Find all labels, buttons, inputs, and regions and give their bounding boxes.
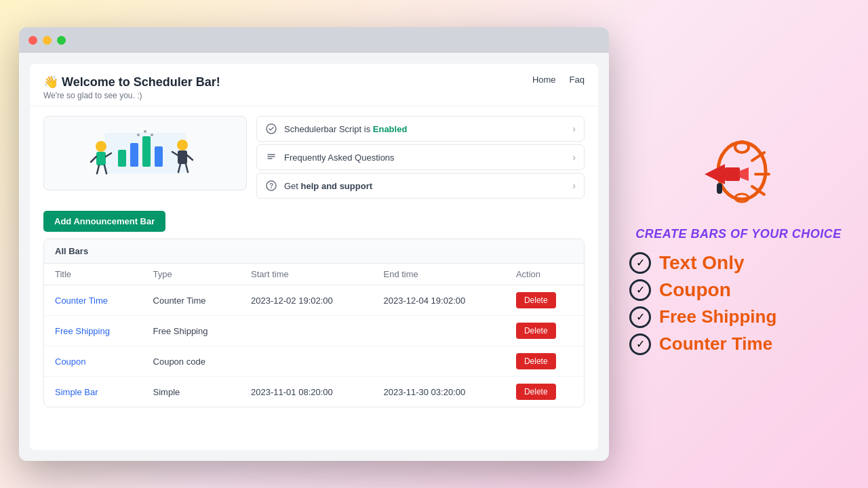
bars-table: Title Type Start time End time Action Co… — [44, 264, 584, 407]
faq-icon — [265, 151, 277, 163]
chevron-icon-faq: › — [572, 152, 576, 163]
svg-point-5 — [96, 141, 106, 152]
cell-start-1 — [240, 316, 372, 346]
promo-label-coupon: Coupon — [659, 279, 731, 301]
script-status-text: Schedulerbar Script is Enabled — [284, 124, 407, 134]
traffic-light-close[interactable] — [28, 36, 37, 45]
browser-content: 👋 Welcome to Scheduler Bar! We're so gla… — [19, 53, 609, 461]
promo-label-counter-time: Counter Time — [659, 333, 772, 354]
svg-point-17 — [137, 134, 140, 136]
cell-title-0: Counter Time — [44, 285, 142, 316]
add-announcement-bar-button[interactable]: Add Announcement Bar — [43, 211, 165, 232]
illustration-card — [43, 116, 247, 190]
script-icon — [265, 123, 277, 135]
table-row: Coupon Coupon code Delete — [44, 346, 584, 377]
svg-point-11 — [177, 140, 188, 150]
promo-label-text-only: Text Only — [659, 252, 745, 274]
promo-item-text-only: ✓ Text Only — [629, 252, 848, 274]
svg-rect-6 — [96, 152, 106, 165]
delete-button-1[interactable]: Delete — [516, 323, 556, 339]
panel-row-script-status[interactable]: Schedulerbar Script is Enabled › — [256, 116, 585, 142]
col-end: End time — [372, 264, 505, 285]
promo-illustration — [691, 134, 786, 215]
svg-line-7 — [91, 157, 96, 162]
check-icon-free-shipping: ✓ — [629, 306, 651, 328]
cell-title-2: Coupon — [44, 346, 142, 377]
bar-link-1[interactable]: Free Shipping — [55, 326, 110, 336]
table-section: All Bars Title Type Start time End time … — [30, 239, 598, 450]
app-container: 👋 Welcome to Scheduler Bar! We're so gla… — [30, 64, 598, 450]
right-panel: Schedulerbar Script is Enabled › — [256, 116, 585, 199]
cell-action-0: Delete — [505, 285, 584, 316]
promo-icon-container — [691, 134, 786, 215]
faq-text: Frequently Asked Questions — [284, 152, 395, 163]
cell-action-2: Delete — [505, 346, 584, 377]
svg-line-16 — [186, 164, 188, 172]
col-start: Start time — [240, 264, 372, 285]
cell-type-2: Coupon code — [142, 346, 241, 377]
help-text: Get help and support — [284, 181, 372, 191]
check-icon-text-only: ✓ — [629, 252, 651, 274]
browser-window: 👋 Welcome to Scheduler Bar! We're so gla… — [19, 27, 609, 461]
cell-end-2 — [372, 346, 505, 377]
panel-row-help-left: ? Get help and support — [265, 180, 372, 192]
traffic-light-maximize[interactable] — [57, 36, 66, 45]
table-row: Simple Bar Simple 2023-11-01 08:20:00 20… — [44, 377, 584, 407]
help-bold: help and support — [301, 181, 372, 191]
cell-title-1: Free Shipping — [44, 316, 142, 346]
traffic-light-minimize[interactable] — [43, 36, 52, 45]
promo-item-coupon: ✓ Coupon — [629, 279, 848, 301]
bar-link-2[interactable]: Coupon — [55, 357, 86, 367]
promo-label-free-shipping: Free Shipping — [659, 306, 776, 327]
app-header: 👋 Welcome to Scheduler Bar! We're so gla… — [30, 64, 598, 106]
nav-home[interactable]: Home — [532, 75, 556, 85]
col-action: Action — [505, 264, 584, 285]
col-title: Title — [44, 264, 142, 285]
table-row: Free Shipping Free Shipping Delete — [44, 316, 584, 346]
cell-start-2 — [240, 346, 372, 377]
illustration-svg — [77, 123, 213, 184]
main-content: Schedulerbar Script is Enabled › — [30, 106, 598, 208]
bar-link-0[interactable]: Counter Time — [55, 296, 108, 306]
app-title: 👋 Welcome to Scheduler Bar! — [43, 75, 220, 89]
svg-text:?: ? — [269, 182, 273, 190]
delete-button-2[interactable]: Delete — [516, 353, 556, 369]
delete-button-0[interactable]: Delete — [516, 292, 556, 308]
delete-button-3[interactable]: Delete — [516, 384, 556, 400]
table-header-row: Title Type Start time End time Action — [44, 264, 584, 285]
app-subtitle: We're so glad to see you. :) — [43, 91, 220, 100]
cell-type-0: Counter Time — [142, 285, 241, 316]
script-enabled-label: Enabled — [373, 124, 408, 134]
nav-faq[interactable]: Faq — [570, 75, 585, 85]
bar-link-3[interactable]: Simple Bar — [55, 387, 98, 397]
svg-point-18 — [144, 130, 146, 133]
cell-start-3: 2023-11-01 08:20:00 — [240, 377, 372, 407]
table-section-title: All Bars — [44, 239, 584, 264]
browser-titlebar — [19, 27, 609, 53]
svg-rect-12 — [178, 150, 187, 164]
cell-type-1: Free Shipping — [142, 316, 241, 346]
panel-row-help[interactable]: ? Get help and support › — [256, 173, 585, 199]
cell-start-0: 2023-12-02 19:02:00 — [240, 285, 372, 316]
add-bar-section: Add Announcement Bar — [30, 208, 598, 239]
cell-end-3: 2023-11-30 03:20:00 — [372, 377, 505, 407]
help-icon: ? — [265, 180, 277, 192]
col-type: Type — [142, 264, 241, 285]
promo-title: CREATE BARS OF YOUR CHOICE — [635, 227, 841, 241]
svg-rect-26 — [725, 167, 740, 181]
table-card: All Bars Title Type Start time End time … — [43, 239, 585, 407]
svg-rect-2 — [130, 143, 138, 167]
promo-item-counter-time: ✓ Counter Time — [629, 333, 848, 355]
svg-line-14 — [187, 155, 193, 160]
panel-row-faq[interactable]: Frequently Asked Questions › — [256, 144, 585, 170]
check-icon-coupon: ✓ — [629, 279, 651, 301]
cell-title-3: Simple Bar — [44, 377, 142, 407]
app-header-left: 👋 Welcome to Scheduler Bar! We're so gla… — [43, 75, 220, 100]
promo-panel: CREATE BARS OF YOUR CHOICE ✓ Text Only ✓… — [609, 120, 868, 369]
check-icon-counter-time: ✓ — [629, 333, 651, 355]
chevron-icon-help: › — [572, 180, 576, 191]
table-row: Counter Time Counter Time 2023-12-02 19:… — [44, 285, 584, 316]
promo-item-free-shipping: ✓ Free Shipping — [629, 306, 848, 328]
app-header-nav: Home Faq — [532, 75, 585, 85]
svg-rect-4 — [155, 146, 163, 167]
